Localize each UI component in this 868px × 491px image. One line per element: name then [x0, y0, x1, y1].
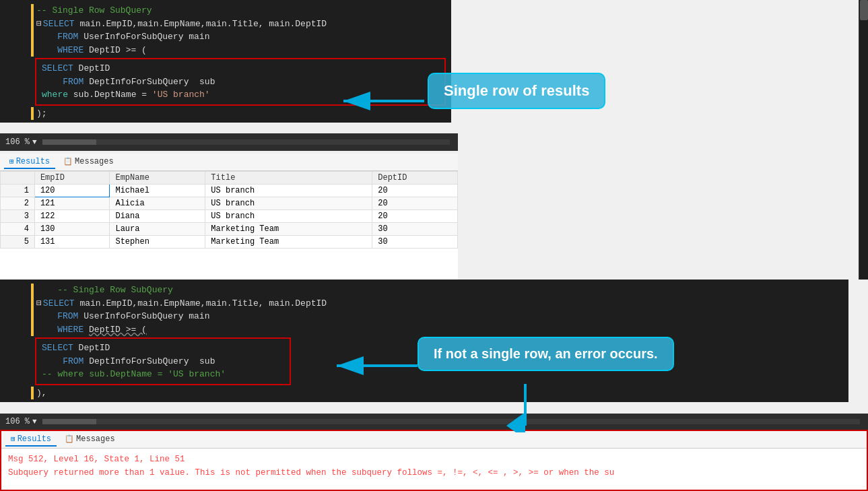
th-empname: EmpName: [110, 172, 205, 185]
where-cond: DeptID >= (: [89, 44, 147, 57]
sq2-col: DeptID: [79, 341, 110, 355]
indent: [42, 75, 63, 89]
results-icon: ⊞: [9, 157, 14, 166]
right-scroll-panel: [859, 0, 868, 280]
indent2: [36, 284, 57, 297]
tab-results-bottom[interactable]: ⊞ Results: [5, 433, 57, 447]
row-number: 5: [1, 236, 35, 249]
cell-4: 30: [372, 223, 458, 236]
fold-icon2: ⊟: [36, 297, 42, 310]
sq-from: FROM: [63, 75, 89, 89]
subquery-box-bottom: SELECT DeptID FROM DeptInfoForSubQuery s…: [35, 337, 291, 385]
indent: [36, 30, 57, 44]
row-number: 1: [1, 185, 35, 197]
cell-1: 122: [34, 210, 110, 223]
error-line2: Subquery returned more than 1 value. Thi…: [8, 466, 860, 480]
yellow-bar2: [31, 310, 34, 323]
result-table-top: EmpID EmpName Title DeptID 1120MichaelUS…: [0, 171, 458, 249]
cell-3: Marketing Team: [205, 236, 372, 249]
yellow-bar: [31, 18, 34, 31]
code-line-where2: WHERE DeptID >= (: [0, 323, 848, 337]
table-row: 3122DianaUS branch20: [1, 210, 458, 223]
code-line-select1: ⊟ SELECT main.EmpID,main.EmpName,main.Ti…: [0, 18, 451, 31]
callout1-text: Single row of results: [444, 82, 589, 99]
code-line-from2: FROM UserInfoForSubQuery main: [0, 310, 848, 323]
tab-messages-bottom[interactable]: 📋 Messages: [59, 433, 121, 447]
row-number: 4: [1, 223, 35, 236]
code-line-close2: ),: [0, 387, 848, 400]
code-line-select2: ⊟ SELECT main.EmpID,main.EmpName,main.Ti…: [0, 297, 848, 310]
close-paren: );: [36, 107, 47, 121]
sq2-from: FROM: [63, 355, 89, 368]
select-cols: main.EmpID,main.EmpName,main.Title, main…: [79, 18, 327, 31]
cell-2: Stephen: [110, 236, 205, 249]
fold-icon: ⊟: [36, 18, 42, 31]
results-panel-bottom: ⊞ Results 📋 Messages Msg 512, Level 16, …: [0, 430, 868, 491]
sq-line1: SELECT DeptID: [42, 62, 439, 75]
indent: [36, 44, 57, 57]
sq-col: DeptID: [79, 62, 110, 75]
tab-results-top[interactable]: ⊞ Results: [4, 156, 55, 169]
row-number: 2: [1, 197, 35, 210]
yellow-bar: [31, 4, 34, 18]
indent2: [36, 310, 57, 323]
code-line-comment-top: -- Single Row SubQuery: [0, 4, 451, 18]
keyword-select2: SELECT: [43, 297, 80, 310]
from-table: UserInfoForSubQuery main: [84, 30, 209, 44]
zoom-dropdown-icon2[interactable]: ▼: [32, 418, 37, 426]
tab-messages-label2: Messages: [76, 434, 115, 444]
yellow-bar2: [31, 297, 34, 310]
cell-2: Michael: [110, 185, 205, 197]
error-block: Msg 512, Level 16, State 1, Line 51 Subq…: [1, 449, 867, 484]
cell-1: 121: [34, 197, 110, 210]
indent2: [36, 323, 57, 337]
indent: [42, 355, 63, 368]
sq-where-cond: sub.DeptName =: [73, 88, 152, 102]
th-title: Title: [205, 172, 372, 185]
callout-error: If not a single row, an error occurs.: [418, 337, 674, 371]
zoom-value-bot: 106 %: [5, 417, 30, 426]
code-line-from1: FROM UserInfoForSubQuery main: [0, 30, 451, 44]
cell-4: 20: [372, 210, 458, 223]
tab-results-label: Results: [16, 157, 50, 166]
messages-icon2: 📋: [65, 434, 74, 443]
cell-2: Alicia: [110, 197, 205, 210]
cell-2: Laura: [110, 223, 205, 236]
zoom-bar-top: 106 % ▼: [0, 133, 458, 151]
th-rownum: [1, 172, 35, 185]
cell-4: 20: [372, 197, 458, 210]
sq2-select: SELECT: [42, 341, 79, 355]
cell-2: Diana: [110, 210, 205, 223]
cell-3: Marketing Team: [205, 223, 372, 236]
keyword-where2: WHERE: [57, 323, 89, 337]
tab-messages-top[interactable]: 📋 Messages: [58, 156, 119, 169]
arrow-top: [337, 84, 431, 118]
yellow-bar2: [31, 284, 34, 297]
sq2-line3: -- where sub.DeptName = 'US branch': [42, 368, 284, 381]
sq2-table: DeptInfoForSubQuery sub: [89, 355, 215, 368]
cell-3: US branch: [205, 185, 372, 197]
zoom-dropdown-icon[interactable]: ▼: [32, 138, 37, 146]
yellow-bar2: [31, 323, 34, 337]
table-row: 5131StephenMarketing Team30: [1, 236, 458, 249]
sq-select: SELECT: [42, 62, 79, 75]
messages-icon: 📋: [63, 157, 73, 166]
cell-3: US branch: [205, 197, 372, 210]
sq2-line1: SELECT DeptID: [42, 341, 284, 355]
keyword-select: SELECT: [43, 18, 80, 31]
cell-4: 20: [372, 185, 458, 197]
cell-3: US branch: [205, 210, 372, 223]
th-deptid: DeptID: [372, 172, 458, 185]
arrow-bot-left: [330, 349, 424, 383]
table-row: 1120MichaelUS branch20: [1, 185, 458, 197]
results-panel-top: ⊞ Results 📋 Messages EmpID EmpName Title…: [0, 154, 458, 282]
cell-1: 130: [34, 223, 110, 236]
yellow-bar: [31, 107, 34, 121]
main-container: -- Single Row SubQuery ⊟ SELECT main.Emp…: [0, 0, 868, 491]
error-line1: Msg 512, Level 16, State 1, Line 51: [8, 453, 860, 466]
tab-messages-label: Messages: [75, 157, 114, 166]
keyword-from: FROM: [57, 30, 84, 44]
keyword-from2: FROM: [57, 310, 84, 323]
arrow-bot-down: [505, 384, 545, 432]
sq-where: where: [42, 88, 73, 102]
